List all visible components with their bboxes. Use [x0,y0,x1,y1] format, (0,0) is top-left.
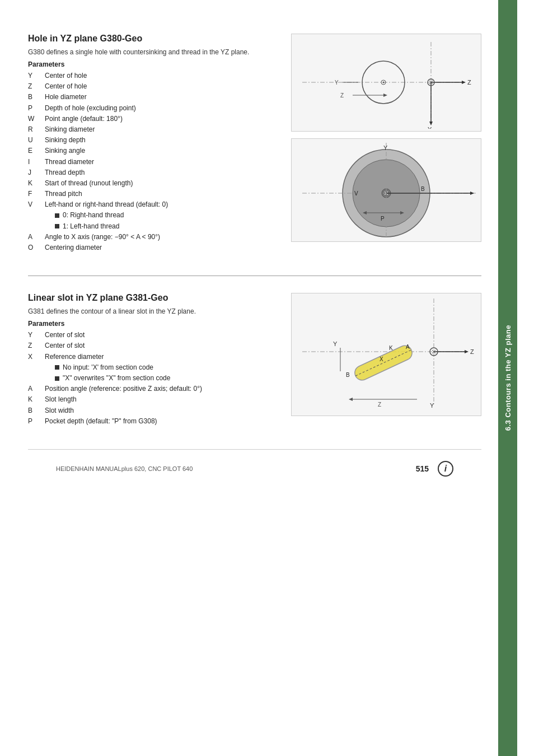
slot-section-left: Linear slot in YZ plane G381-Geo G381 de… [28,293,280,427]
list-item: USinking depth [28,135,280,146]
hole-section: Hole in YZ plane G380-Geo G380 defines a… [28,34,481,253]
list-item: OCentering diameter [28,242,280,253]
list-item: JThread depth [28,167,280,178]
list-item: YCenter of hole [28,71,280,81]
hole-param-list: YCenter of hole ZCenter of hole BHole di… [28,71,280,210]
svg-text:Y: Y [335,80,339,86]
svg-text:Z: Z [470,348,474,355]
slot-sub-item-0: No input: 'X' from section code [28,362,280,373]
list-item: WPoint angle (default: 180°) [28,114,280,124]
list-item: XReference diameter [28,352,280,362]
slot-section-desc: G381 defines the contour of a linear slo… [28,307,280,315]
hole-diagram-top: Z Y Z Y [291,34,481,132]
page-footer: HEIDENHAIN MANUALplus 620, CNC PILOT 640… [28,449,481,488]
list-item: APosition angle (reference: positive Z a… [28,384,280,394]
list-item: ZCenter of slot [28,340,280,351]
list-item: PPocket depth (default: "P" from G308) [28,416,280,427]
list-item: ESinking angle [28,146,280,156]
slot-param-list: YCenter of slot ZCenter of slot XReferen… [28,330,280,362]
svg-text:X: X [380,356,383,362]
svg-marker-6 [429,122,433,125]
svg-text:Y: Y [428,126,432,129]
hole-diagram-bottom: X Y B V P [291,138,481,242]
hole-param-list-2: AAngle to X axis (range: −90° < A < 90°)… [28,232,280,253]
bullet-icon [55,365,59,370]
list-item: VLeft-hand or right-hand thread (default… [28,199,280,210]
slot-diagram-box: Z Y Y [291,293,481,416]
list-item: FThread pitch [28,189,280,199]
footer-page-number: 515 [416,464,429,473]
svg-text:Z: Z [378,402,381,408]
slot-diagram: Z Y Y [291,293,481,427]
svg-text:Y: Y [333,340,338,347]
hole-section-desc: G380 defines a single hole with counters… [28,48,280,56]
svg-text:B: B [421,186,425,192]
list-item: KStart of thread (runout length) [28,178,280,189]
list-item: IThread diameter [28,157,280,167]
side-tab-label: 6.3 Contours in the YZ plane [504,325,512,431]
slot-section-title: Linear slot in YZ plane G381-Geo [28,293,280,303]
svg-text:Y: Y [430,402,434,409]
footer-text: HEIDENHAIN MANUALplus 620, CNC PILOT 640 [56,465,193,472]
hole-bottom-svg: X Y B V P [297,140,476,241]
list-item: BHole diameter [28,92,280,102]
slot-section: Linear slot in YZ plane G381-Geo G381 de… [28,293,481,427]
svg-marker-28 [470,192,474,195]
side-tab: 6.3 Contours in the YZ plane [498,0,517,756]
svg-marker-40 [465,350,469,353]
bullet-icon [55,224,59,228]
main-content: Hole in YZ plane G380-Geo G380 defines a… [0,0,498,756]
list-item: ZCenter of hole [28,81,280,92]
svg-text:A: A [406,344,410,350]
hole-section-left: Hole in YZ plane G380-Geo G380 defines a… [28,34,280,253]
list-item: AAngle to X axis (range: −90° < A < 90°) [28,232,280,242]
slot-svg: Z Y Y [297,296,476,413]
svg-text:Y: Y [383,144,388,151]
list-item: PDepth of hole (excluding point) [28,103,280,114]
list-item: BSlot width [28,405,280,416]
list-item: KSlot length [28,394,280,405]
svg-marker-55 [349,398,353,401]
svg-marker-12 [383,94,387,97]
sub-item-0: 0: Right-hand thread [28,210,280,221]
bullet-icon [55,213,59,218]
svg-text:Z: Z [340,92,344,99]
sub-item-1: 1: Left-hand thread [28,221,280,232]
svg-point-10 [383,82,385,83]
svg-text:P: P [381,216,385,222]
svg-marker-3 [462,81,466,84]
page-container: Hole in YZ plane G380-Geo G380 defines a… [0,0,534,756]
svg-rect-48 [353,343,415,382]
section-divider [28,276,481,276]
info-icon: i [438,461,453,477]
hole-diagrams: Z Y Z Y [291,34,481,253]
slot-param-list-2: APosition angle (reference: positive Z a… [28,384,280,427]
list-item: YCenter of slot [28,330,280,340]
slot-params-label: Parameters [28,320,280,328]
svg-text:K: K [389,345,393,351]
hole-section-title: Hole in YZ plane G380-Geo [28,34,280,44]
svg-text:V: V [354,190,358,197]
hole-params-label: Parameters [28,60,280,68]
svg-text:Z: Z [467,79,471,86]
list-item: RSinking diameter [28,124,280,135]
bullet-icon [55,376,59,381]
hole-top-svg: Z Y Z Y [297,36,476,129]
svg-text:B: B [346,372,350,378]
slot-sub-item-1: "X" overwrites "X" from section code [28,373,280,384]
